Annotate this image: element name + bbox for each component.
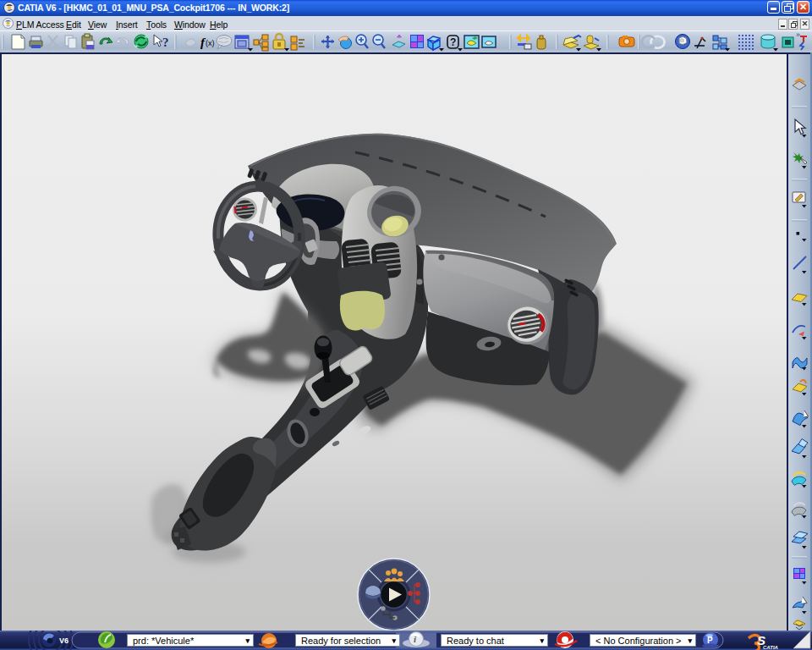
svg-text:(x): (x) xyxy=(206,39,215,47)
svg-text:V6: V6 xyxy=(59,636,69,645)
svg-text:?: ? xyxy=(162,36,169,49)
svg-text:P: P xyxy=(707,636,713,645)
svg-text:?: ? xyxy=(450,36,456,48)
svg-text:CATIA: CATIA xyxy=(763,645,778,650)
svg-text:»: » xyxy=(796,31,800,39)
